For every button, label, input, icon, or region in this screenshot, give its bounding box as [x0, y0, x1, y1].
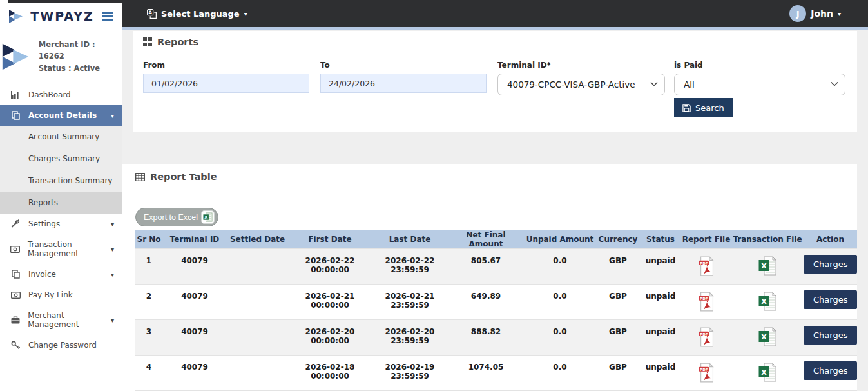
col-transaction-file: Transaction File — [731, 230, 804, 249]
cell-report-file: PDF — [681, 356, 731, 391]
avatar: J — [789, 5, 806, 22]
chevron-down-icon: ▾ — [111, 221, 114, 228]
key-icon — [10, 341, 21, 350]
top-navigation-bar: A Select Language ▾ J John ▾ — [122, 0, 868, 27]
pdf-file-icon[interactable]: PDF — [698, 363, 715, 383]
sidebar-item-account-details[interactable]: Account Details ▾ — [0, 105, 122, 126]
top-strip — [8, 0, 122, 3]
sidebar-item-label: Pay By Link — [28, 290, 73, 299]
sidebar-item-label: Merchant Management — [28, 311, 114, 329]
account-details-submenu: Account Summary Charges Summary Transact… — [0, 126, 122, 214]
terminal-id-label: Terminal ID* — [497, 61, 665, 70]
user-menu[interactable]: J John ▾ — [789, 5, 841, 22]
pdf-file-icon[interactable]: PDF — [698, 292, 715, 312]
cell-sr-no: 3 — [135, 320, 162, 356]
cell-transaction-file: X — [731, 285, 804, 320]
sidebar-item-settings[interactable]: Settings ▾ — [0, 214, 122, 234]
is-paid-select[interactable]: All — [674, 74, 845, 95]
sidebar-item-transaction-management[interactable]: Transaction Management ▾ — [0, 234, 122, 264]
sidebar-item-account-summary[interactable]: Account Summary — [0, 126, 122, 148]
translate-icon: A — [147, 9, 157, 19]
cell-last-date: 2026-02-22 23:59:59 — [372, 249, 448, 285]
search-label: Search — [695, 103, 724, 113]
cell-action: Charges — [804, 320, 857, 356]
pdf-file-icon[interactable]: PDF — [698, 256, 715, 276]
charges-button[interactable]: Charges — [804, 255, 857, 274]
sidebar-item-change-password[interactable]: Change Password — [0, 335, 122, 356]
cell-transaction-file: X — [731, 356, 804, 391]
excel-file-icon[interactable]: X — [758, 256, 776, 276]
excel-file-icon[interactable]: X — [758, 363, 776, 382]
cell-report-file: PDF — [681, 320, 731, 356]
save-icon — [682, 104, 691, 112]
sidebar-item-label: Transaction Management — [28, 240, 114, 258]
table-row: 4 40079 2026-02-18 00:00:00 2026-02-19 2… — [135, 356, 857, 391]
svg-text:A: A — [148, 9, 152, 15]
table-row: 2 40079 2026-02-21 00:00:00 2026-02-21 2… — [135, 285, 857, 320]
from-date-input[interactable] — [143, 74, 309, 93]
col-report-file: Report File — [681, 230, 731, 249]
to-date-input[interactable] — [320, 74, 487, 93]
cell-report-file: PDF — [681, 249, 731, 285]
excel-file-icon[interactable]: X — [758, 292, 776, 311]
sidebar-item-label: Change Password — [28, 341, 97, 350]
grid-icon — [143, 37, 152, 46]
hamburger-menu-icon[interactable] — [102, 12, 113, 21]
cell-currency: GBP — [596, 285, 640, 320]
language-selector[interactable]: A Select Language ▾ — [147, 9, 247, 19]
svg-text:PDF: PDF — [700, 297, 708, 301]
cell-action: Charges — [804, 249, 857, 285]
cell-unpaid-amount: 0.0 — [524, 249, 596, 285]
is-paid-label: is Paid — [674, 61, 845, 70]
cell-terminal-id: 40079 — [162, 285, 227, 320]
charges-button[interactable]: Charges — [804, 326, 857, 345]
brand-logo[interactable]: TWPAYZ — [0, 0, 122, 28]
svg-text:PDF: PDF — [700, 261, 708, 265]
svg-text:X: X — [761, 297, 767, 306]
is-paid-value: All — [684, 79, 695, 90]
sidebar-item-invoice[interactable]: Invoice ▾ — [0, 264, 122, 285]
is-paid-field: is Paid All — [674, 61, 845, 95]
bar-chart-icon — [10, 91, 21, 99]
excel-file-icon[interactable]: X — [758, 327, 776, 346]
sidebar-item-label: DashBoard — [28, 90, 71, 99]
cell-status: unpaid — [640, 249, 681, 285]
terminal-id-field: Terminal ID* 40079-CPCC-VISA-GBP-Active — [497, 61, 665, 95]
cell-net-final-amount: 888.82 — [448, 320, 524, 356]
cell-currency: GBP — [596, 320, 640, 356]
cell-report-file: PDF — [681, 285, 731, 320]
sidebar-item-dashboard[interactable]: DashBoard — [0, 85, 122, 105]
pdf-file-icon[interactable]: PDF — [698, 327, 715, 347]
briefcase-icon — [10, 316, 20, 324]
sidebar-item-reports[interactable]: Reports — [0, 192, 122, 214]
col-currency: Currency — [596, 230, 640, 249]
charges-button[interactable]: Charges — [804, 361, 857, 380]
cell-status: unpaid — [640, 320, 681, 356]
terminal-id-value: 40079-CPCC-VISA-GBP-Active — [507, 79, 635, 90]
sidebar-item-merchant-management[interactable]: Merchant Management ▾ — [0, 305, 122, 335]
chevron-down-icon — [650, 81, 658, 86]
cell-settled-date — [227, 249, 288, 285]
col-sr-no: Sr No — [135, 230, 162, 249]
cell-net-final-amount: 805.67 — [448, 249, 524, 285]
sidebar-item-label: Settings — [28, 219, 60, 228]
cell-first-date: 2026-02-20 00:00:00 — [288, 320, 372, 356]
cell-transaction-file: X — [731, 320, 804, 356]
sidebar-item-pay-by-link[interactable]: Pay By Link — [0, 285, 122, 305]
to-label: To — [320, 61, 487, 70]
sidebar-item-charges-summary[interactable]: Charges Summary — [0, 148, 122, 170]
chevron-down-icon: ▾ — [111, 317, 114, 324]
brand-logo-icon — [8, 9, 24, 23]
charges-button[interactable]: Charges — [804, 290, 857, 309]
cell-currency: GBP — [596, 249, 640, 285]
sidebar-item-label: Invoice — [28, 270, 56, 279]
sidebar-item-transaction-summary[interactable]: Transaction Summary — [0, 170, 122, 192]
money-bill-icon — [10, 292, 21, 299]
search-button[interactable]: Search — [674, 98, 733, 117]
reports-panel-title: Reports — [143, 37, 198, 47]
report-table: Sr No Terminal ID Settled Date First Dat… — [135, 230, 857, 391]
chevron-down-icon: ▾ — [244, 10, 247, 17]
export-to-excel-button[interactable]: Export to Excel X — [135, 208, 218, 226]
terminal-id-select[interactable]: 40079-CPCC-VISA-GBP-Active — [497, 74, 665, 95]
language-label: Select Language — [161, 9, 240, 19]
